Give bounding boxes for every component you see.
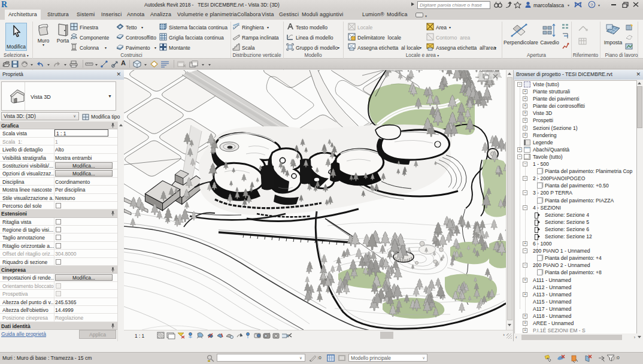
svg-text:R: R xyxy=(1,0,8,8)
svg-text:?: ? xyxy=(590,2,593,8)
